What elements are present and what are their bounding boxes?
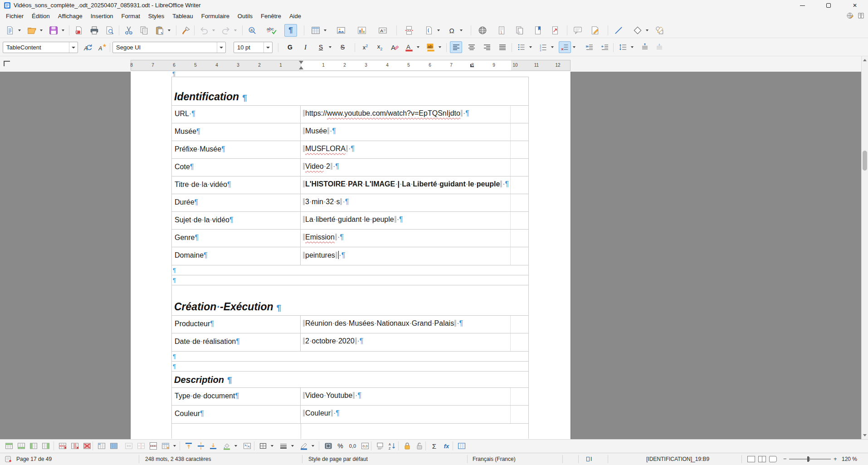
table-end-cell[interactable]: [511, 123, 528, 141]
field-label-cell[interactable]: Sujet·de·la·vidéo¶: [172, 212, 301, 229]
tab-stop-selector[interactable]: [4, 61, 10, 66]
field-label-cell[interactable]: Date·de·réalisation¶: [172, 333, 301, 351]
align-center-button[interactable]: [465, 41, 478, 53]
special-character-dropdown[interactable]: [458, 24, 464, 37]
table-row[interactable]: Musée¶Musée·¶: [172, 123, 528, 141]
scrollbar-thumb[interactable]: [863, 151, 867, 171]
print-button[interactable]: [88, 24, 101, 37]
left-indent-marker[interactable]: [299, 66, 303, 69]
numbered-list-button[interactable]: 123: [537, 41, 549, 53]
table-row[interactable]: Type·de·document¶Video·Youtube·¶: [172, 388, 528, 406]
undo-button[interactable]: [198, 24, 210, 37]
insert-endnote-button[interactable]: i: [513, 24, 526, 37]
table-end-cell[interactable]: [511, 106, 528, 123]
field-label-cell[interactable]: URL·¶: [172, 106, 301, 123]
track-changes-button[interactable]: [589, 24, 601, 37]
align-bottom-button[interactable]: [207, 440, 219, 452]
special-character-button[interactable]: Ω: [445, 24, 458, 37]
table-end-cell[interactable]: [511, 316, 528, 333]
menu-fenetre[interactable]: Fenêtre: [257, 12, 285, 20]
table-row[interactable]: Genre¶Emission·¶: [172, 230, 528, 247]
align-justify-button[interactable]: [496, 41, 508, 53]
font-size-dropdown[interactable]: [263, 42, 272, 53]
open-file-button[interactable]: [25, 24, 38, 37]
book-icon[interactable]: [857, 12, 865, 20]
zoom-slider[interactable]: [789, 459, 831, 460]
align-top-button[interactable]: [182, 440, 195, 452]
field-value-cell[interactable]: Réunion·des·Musées·Nationaux·Grand·Palai…: [301, 316, 511, 333]
underline-dropdown[interactable]: [327, 41, 333, 53]
tab-stop-marker[interactable]: [470, 64, 474, 67]
bullet-list-button[interactable]: [515, 41, 527, 53]
empty-paragraph-row[interactable]: ¶: [171, 361, 529, 372]
zoom-in-button[interactable]: +: [834, 455, 837, 462]
table-end-cell[interactable]: [511, 194, 528, 211]
empty-paragraph-row[interactable]: ¶: [171, 275, 529, 285]
zoom-slider-thumb[interactable]: [807, 456, 809, 462]
spelling-button[interactable]: abc: [265, 24, 278, 37]
field-value-cell[interactable]: peintures·¶: [301, 247, 511, 265]
open-file-dropdown[interactable]: [38, 24, 44, 37]
insert-textbox-button[interactable]: A: [376, 24, 389, 37]
table-properties-button[interactable]: [455, 440, 468, 452]
field-label-cell[interactable]: Type·de·document¶: [172, 388, 301, 405]
subscript-button[interactable]: x2: [374, 41, 386, 53]
delete-table-button[interactable]: [81, 440, 93, 452]
table-background-color-button[interactable]: [220, 440, 233, 452]
export-pdf-button[interactable]: [73, 24, 85, 37]
autoformat-dropdown[interactable]: [171, 440, 177, 452]
basic-shapes-button[interactable]: [631, 24, 644, 37]
document-page[interactable]: ¶ Identification¶URL·¶https://www.youtub…: [131, 72, 571, 439]
select-table-button[interactable]: [107, 440, 120, 452]
borders-dropdown[interactable]: [269, 440, 275, 452]
new-document-dropdown[interactable]: [16, 24, 22, 37]
zoom-out-button[interactable]: −: [783, 455, 787, 462]
table-cell-reference[interactable]: [IDENTIFICATION]_19:B9: [646, 456, 709, 462]
selection-mode-icon[interactable]: I: [586, 456, 592, 462]
redo-button[interactable]: [219, 24, 232, 37]
word-count[interactable]: 248 mots, 2 438 caractères: [145, 456, 211, 462]
insert-bookmark-button[interactable]: [532, 24, 544, 37]
section-heading-row[interactable]: Création·-Exécution¶: [172, 285, 528, 316]
cross-reference-button[interactable]: [549, 24, 561, 37]
number-format-percent-button[interactable]: %: [334, 440, 346, 452]
border-style-button[interactable]: [277, 440, 289, 452]
number-format-currency-button[interactable]: [322, 440, 334, 452]
table-row[interactable]: Sujet·de·la·vidéo¶La·liberté·guidant·le·…: [172, 212, 528, 230]
underline-button[interactable]: S: [315, 41, 327, 53]
table-row[interactable]: URL·¶https://www.youtube.com/watch?v=EpT…: [172, 106, 528, 123]
document-table[interactable]: Création·-Exécution¶Producteur¶Réunion·d…: [171, 285, 529, 352]
menu-affichage[interactable]: Affichage: [54, 12, 87, 20]
single-page-view-icon[interactable]: [747, 456, 755, 462]
close-button[interactable]: ✕: [842, 0, 868, 11]
sum-button[interactable]: Σ: [428, 440, 440, 452]
table-row[interactable]: Producteur¶Réunion·des·Musées·Nationaux·…: [172, 316, 528, 333]
table-end-cell[interactable]: [511, 212, 528, 229]
split-table-button[interactable]: [147, 440, 159, 452]
field-label-cell[interactable]: Préfixe·Musée¶: [172, 141, 301, 158]
partial-table-row[interactable]: [171, 423, 529, 439]
font-size-combo[interactable]: 10 pt: [234, 42, 273, 53]
insert-table-dropdown[interactable]: [322, 24, 328, 37]
show-draw-functions-button[interactable]: [653, 24, 666, 37]
formatting-marks-toggle[interactable]: ¶: [284, 24, 297, 37]
save-status-icon[interactable]: [5, 455, 12, 463]
multi-page-view-icon[interactable]: [758, 456, 766, 462]
cut-icon[interactable]: [122, 24, 135, 37]
no-list-dropdown[interactable]: [571, 41, 577, 53]
paragraph-style-combo[interactable]: TableContent: [3, 42, 78, 53]
language-indicator[interactable]: Français (France): [473, 456, 516, 462]
numbered-list-dropdown[interactable]: [549, 41, 555, 53]
highlight-color-button[interactable]: ab: [424, 41, 437, 53]
delete-row-button[interactable]: [56, 440, 68, 452]
section-heading-row[interactable]: Identification¶: [172, 77, 528, 106]
scroll-up-arrow[interactable]: [863, 59, 867, 61]
field-value-cell[interactable]: L'HISTOIRE·PAR·L'IMAGE·|·La·Liberté·guid…: [301, 176, 511, 194]
border-color-dropdown[interactable]: [310, 440, 316, 452]
horizontal-ruler[interactable]: 87654321123456789101112: [131, 60, 571, 71]
field-label-cell[interactable]: Couleur¶: [172, 406, 301, 423]
insert-image-button[interactable]: [335, 24, 347, 37]
save-dropdown[interactable]: [60, 24, 66, 37]
field-label-cell[interactable]: Domaine¶: [172, 247, 301, 265]
field-value-cell[interactable]: https://www.youtube.com/watch?v=EpTQSnIj…: [301, 106, 511, 123]
